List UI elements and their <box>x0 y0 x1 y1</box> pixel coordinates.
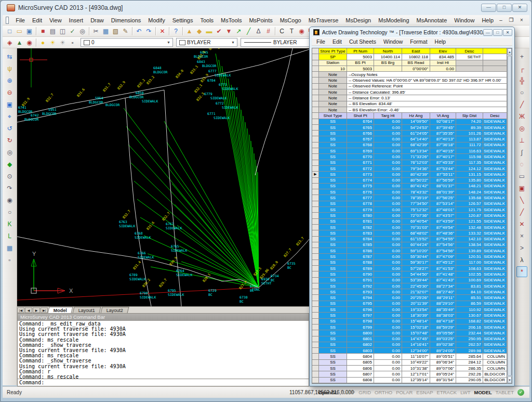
table-cell[interactable]: SS <box>319 213 347 218</box>
row-selector[interactable] <box>312 295 319 301</box>
row-selector[interactable] <box>312 101 319 107</box>
row-selector[interactable] <box>312 360 319 366</box>
table-cell[interactable]: 89°02'38" <box>430 342 456 348</box>
table-cell[interactable]: 88°35'49" <box>430 307 456 313</box>
row-selector[interactable] <box>312 313 319 318</box>
table-cell[interactable]: SS <box>319 266 347 271</box>
ms-sideshot-icon[interactable]: ╱ <box>244 26 254 36</box>
table-cell[interactable]: SS <box>319 248 347 254</box>
table-cell[interactable]: 0.00 <box>374 289 402 295</box>
table-cell[interactable]: 289.98 <box>456 348 483 354</box>
row-selector[interactable] <box>312 342 319 348</box>
row-selector[interactable] <box>312 207 319 213</box>
table-cell[interactable]: SIDEWALK <box>483 195 507 201</box>
table-cell[interactable]: 0.00 <box>374 342 402 348</box>
row-selector[interactable] <box>312 301 319 307</box>
table-cell[interactable]: SS <box>319 184 347 189</box>
table-cell[interactable]: 0.00 <box>374 242 402 248</box>
table-cell[interactable]: SIDEWALK <box>483 184 507 189</box>
redo-icon[interactable]: ↷ <box>144 26 154 36</box>
table-cell[interactable]: 0.00 <box>374 172 402 177</box>
table-cell[interactable]: SIDEWALK <box>483 266 507 271</box>
points-cross-icon[interactable]: Ж <box>516 111 527 122</box>
perpendicular-point-icon[interactable]: ⊥ <box>516 135 527 146</box>
table-cell[interactable]: COLUMN <box>483 366 507 371</box>
table-cell[interactable]: SP <box>319 54 347 60</box>
erase-icon[interactable]: ✕ <box>157 26 167 36</box>
plot-icon[interactable]: ■ <box>38 26 48 36</box>
table-cell[interactable]: 0.00 <box>374 371 402 377</box>
table-cell[interactable]: 10°49'22" <box>402 360 430 366</box>
table-cell[interactable]: SS <box>319 148 347 154</box>
table-cell[interactable]: SIDEWALK <box>483 289 507 295</box>
status-toggle-ortho[interactable]: ORTHO <box>375 390 392 395</box>
menu-mspoints[interactable]: MsPoints <box>245 16 276 24</box>
table-cell[interactable]: 6772 <box>347 166 374 172</box>
table-cell[interactable]: SS <box>319 260 347 266</box>
table-cell[interactable]: 834.485 <box>430 54 456 60</box>
table-cell[interactable]: SS <box>319 195 347 201</box>
table-cell[interactable]: 290.05 <box>456 378 483 383</box>
table-cell[interactable]: 284.12 <box>456 360 483 366</box>
table-cell[interactable]: Shot Type <box>319 113 347 119</box>
row-selector[interactable] <box>312 289 319 295</box>
table-cell[interactable]: Note <box>319 77 347 83</box>
table-cell[interactable]: 6805 <box>347 360 374 366</box>
table-cell[interactable]: Desc <box>483 113 507 119</box>
table-cell[interactable]: BLDGCOR <box>483 371 507 377</box>
table-cell[interactable]: 0.00 <box>374 360 402 366</box>
table-cell[interactable]: 0.00 <box>374 189 402 195</box>
circle-center-point-icon[interactable]: ◎ <box>516 123 527 134</box>
table-cell[interactable]: SS <box>319 131 347 136</box>
table-cell[interactable]: SIDEWALK <box>483 301 507 307</box>
command-bar-title[interactable]: MicroSurvey CAD 2013 Command Bar <box>18 314 309 321</box>
table-cell[interactable]: 148.24 <box>456 189 483 195</box>
menu-msannotate[interactable]: MsAnnotate <box>413 16 451 24</box>
table-cell[interactable]: 0.00 <box>374 313 402 318</box>
row-selector[interactable] <box>312 225 319 230</box>
table-cell[interactable]: 87°35'35" <box>430 131 456 136</box>
row-selector[interactable] <box>312 148 319 154</box>
table-cell[interactable]: SS <box>319 366 347 371</box>
table-cell[interactable]: 111.72 <box>456 142 483 148</box>
traverse-run-icon[interactable]: λ <box>516 254 527 265</box>
table-cell[interactable] <box>456 66 483 72</box>
table-cell[interactable]: 0.00 <box>374 325 402 330</box>
table-cell[interactable]: SIDEWALK <box>483 260 507 266</box>
table-cell[interactable]: 6784 <box>347 237 374 242</box>
table-cell[interactable]: 88°59'29" <box>430 325 456 330</box>
table-cell[interactable]: 87°41'43" <box>430 278 456 283</box>
table-cell[interactable]: 15°07'48" <box>402 330 430 336</box>
table-cell[interactable]: 0.00 <box>374 207 402 213</box>
table-cell[interactable]: SS <box>319 254 347 260</box>
table-cell[interactable]: 69°40'54" <box>402 219 430 225</box>
table-cell[interactable]: 6800 <box>347 330 374 336</box>
table-cell[interactable]: 168.82 <box>456 319 483 325</box>
table-cell[interactable]: 21°32'07" <box>402 289 430 295</box>
table-cell[interactable]: 117.00 <box>456 260 483 266</box>
table-cell[interactable]: 6794 <box>347 295 374 301</box>
table-cell[interactable]: 0.00 <box>374 119 402 125</box>
table-cell[interactable]: 68°42'39" <box>402 142 430 148</box>
table-cell[interactable]: 75°12'32" <box>402 207 430 213</box>
table-cell[interactable]: 14°47'45" <box>402 336 430 342</box>
table-cell[interactable]: 6804 <box>347 354 374 359</box>
note-text[interactable]: -- Distance Error: 0.13' <box>347 95 507 101</box>
table-cell[interactable]: 0.00 <box>374 266 402 271</box>
table-cell[interactable]: SIDEWALK <box>483 201 507 207</box>
row-selector[interactable] <box>312 336 319 342</box>
table-cell[interactable] <box>483 48 507 54</box>
traverse-menu-format[interactable]: Format <box>406 38 431 45</box>
traverse-close-button[interactable]: ✕ <box>503 29 512 36</box>
status-toggle-snap[interactable]: SNAP <box>341 390 355 395</box>
table-cell[interactable]: 6768 <box>347 142 374 148</box>
menu-msmodeling[interactable]: MsModeling <box>375 16 413 24</box>
table-cell[interactable]: SS <box>319 348 347 354</box>
table-cell[interactable]: 77°34'50" <box>402 201 430 207</box>
table-cell[interactable]: 61°15'52" <box>402 237 430 242</box>
table-cell[interactable]: 88°01'37" <box>430 184 456 189</box>
table-cell[interactable]: SIDEWALK <box>483 136 507 142</box>
table-cell[interactable]: SIDEWALK <box>483 348 507 354</box>
table-cell[interactable]: 113.87 <box>456 136 483 142</box>
table-cell[interactable]: 0.00 <box>374 160 402 166</box>
